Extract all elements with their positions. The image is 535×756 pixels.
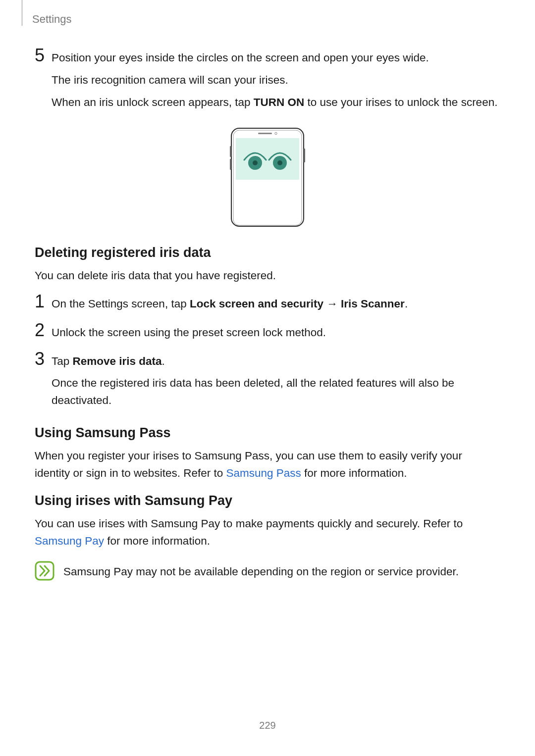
remove-iris-data-label: Remove iris data [73,355,162,367]
step-text: On the Settings screen, tap Lock screen … [52,296,500,313]
deleting-step-3: 3 Tap Remove iris data. Once the registe… [35,353,500,415]
step-text: Position your eyes inside the circles on… [52,50,500,116]
phone-illustration [35,126,500,227]
svg-rect-11 [230,159,231,170]
page-content: 5 Position your eyes inside the circles … [35,50,500,581]
note-icon [35,561,54,581]
step-number: 1 [35,293,52,310]
svg-rect-9 [304,149,305,162]
samsung-pass-link[interactable]: Samsung Pass [226,467,301,479]
heading-samsung-pay: Using irises with Samsung Pay [35,493,500,508]
samsung-pay-link[interactable]: Samsung Pay [35,535,104,547]
deleting-intro: You can delete iris data that you have r… [35,267,500,285]
step-text: Tap Remove iris data. Once the registere… [52,353,500,415]
svg-point-8 [277,160,282,165]
step-number: 5 [35,47,52,64]
step5-line2: The iris recognition camera will scan yo… [52,72,500,89]
header-section: Settings [22,0,72,26]
deleting-step-3-sub: Once the registered iris data has been d… [52,375,500,409]
header-breadcrumb: Settings [32,0,72,26]
step5-line3: When an iris unlock screen appears, tap … [52,94,500,111]
deleting-steps: 1 On the Settings screen, tap Lock scree… [35,296,500,415]
step5-line1: Position your eyes inside the circles on… [52,50,500,67]
svg-rect-10 [230,146,231,157]
deleting-step-2: 2 Unlock the screen using the preset scr… [35,324,500,342]
step-text: Unlock the screen using the preset scree… [52,324,500,342]
samsung-pass-body: When you register your irises to Samsung… [35,448,500,482]
heading-deleting-iris: Deleting registered iris data [35,245,500,260]
step-number: 2 [35,321,52,339]
lock-screen-security-label: Lock screen and security [190,298,323,310]
note-text: Samsung Pay may not be available dependi… [63,561,459,581]
svg-rect-2 [258,133,272,134]
note-row: Samsung Pay may not be available dependi… [35,561,500,581]
step-5: 5 Position your eyes inside the circles … [35,50,500,116]
header-divider [22,0,22,26]
svg-point-6 [253,160,258,165]
samsung-pay-body: You can use irises with Samsung Pay to m… [35,515,500,550]
page-number: 229 [0,720,535,731]
heading-samsung-pass: Using Samsung Pass [35,425,500,441]
deleting-step-1: 1 On the Settings screen, tap Lock scree… [35,296,500,313]
iris-scanner-label: Iris Scanner [341,298,405,310]
step-number: 3 [35,350,52,368]
phone-iris-scan-icon [229,126,306,227]
turn-on-label: TURN ON [254,96,305,108]
